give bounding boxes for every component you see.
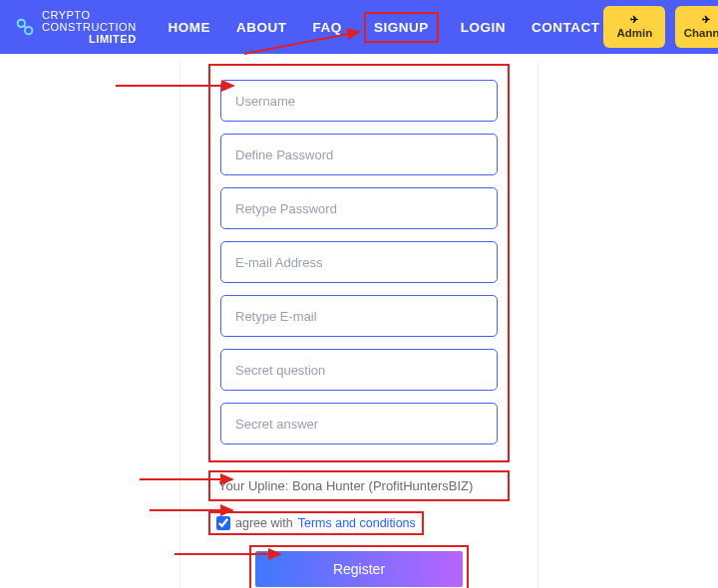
terms-label: agree with bbox=[235, 516, 293, 530]
svg-point-1 bbox=[25, 27, 32, 34]
secret-question-field[interactable] bbox=[220, 349, 498, 391]
nav-about[interactable]: ABOUT bbox=[232, 16, 291, 39]
nav-login[interactable]: LOGIN bbox=[457, 16, 510, 39]
plane-icon: ✈ bbox=[630, 15, 638, 25]
nav-signup[interactable]: SIGNUP bbox=[364, 12, 439, 43]
svg-point-0 bbox=[18, 20, 25, 27]
admin-label: Admin bbox=[617, 27, 653, 39]
form-fields-highlight bbox=[208, 64, 510, 462]
nav-faq[interactable]: FAQ bbox=[309, 16, 346, 39]
admin-button[interactable]: ✈ Admin bbox=[603, 6, 665, 48]
page-area: Your Upline: Bona Hunter (ProfitHuntersB… bbox=[0, 54, 718, 588]
password-field[interactable] bbox=[220, 134, 498, 175]
channel-label: Channel bbox=[684, 27, 718, 39]
retype-password-field[interactable] bbox=[220, 187, 498, 229]
channel-button[interactable]: ✈ Channel bbox=[675, 6, 718, 48]
register-highlight: Register bbox=[249, 545, 469, 588]
upline-info: Your Upline: Bona Hunter (ProfitHuntersB… bbox=[208, 470, 510, 501]
brand-text: CRYPTO CONSTRUCTION LIMITED bbox=[42, 9, 137, 45]
brand-line2: LIMITED bbox=[42, 33, 137, 45]
email-field[interactable] bbox=[220, 241, 498, 283]
terms-checkbox[interactable] bbox=[216, 516, 230, 530]
nav-contact[interactable]: CONTACT bbox=[528, 16, 604, 39]
secret-answer-field[interactable] bbox=[220, 403, 498, 444]
username-field[interactable] bbox=[220, 80, 498, 122]
terms-row: agree with Terms and conditions bbox=[208, 511, 424, 535]
plane-icon: ✈ bbox=[702, 15, 710, 25]
brand-icon bbox=[14, 16, 36, 38]
retype-email-field[interactable] bbox=[220, 295, 498, 337]
brand-line1: CRYPTO CONSTRUCTION bbox=[42, 9, 137, 33]
nav-home[interactable]: HOME bbox=[165, 16, 215, 39]
cta-group: ✈ Admin ✈ Channel bbox=[603, 6, 718, 48]
signup-card: Your Upline: Bona Hunter (ProfitHuntersB… bbox=[180, 62, 538, 588]
main-nav: HOME ABOUT FAQ SIGNUP LOGIN CONTACT bbox=[165, 12, 604, 43]
header-bar: CRYPTO CONSTRUCTION LIMITED HOME ABOUT F… bbox=[0, 0, 718, 54]
logo[interactable]: CRYPTO CONSTRUCTION LIMITED bbox=[14, 9, 137, 45]
register-button[interactable]: Register bbox=[255, 551, 463, 587]
terms-link[interactable]: Terms and conditions bbox=[298, 516, 416, 530]
